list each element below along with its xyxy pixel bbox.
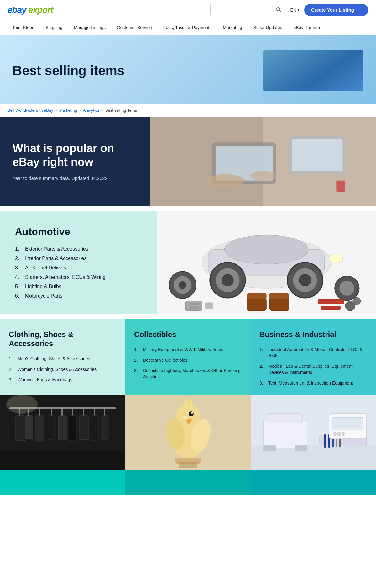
list-num: 3. xyxy=(15,265,23,271)
popular-text: What is popular on eBay right now Year t… xyxy=(0,117,150,206)
logo-export: export xyxy=(28,5,53,15)
automotive-section: Automotive 1. Exterior Parts & Accessori… xyxy=(0,211,376,314)
svg-rect-31 xyxy=(189,303,199,305)
svg-rect-28 xyxy=(247,293,266,299)
svg-rect-49 xyxy=(61,409,63,416)
clothing-content: Clothing, Shoes & Accessories 1. Men's C… xyxy=(0,319,125,395)
list-item: 3. Women's Bags & Handbags xyxy=(9,377,117,383)
svg-rect-47 xyxy=(51,409,52,416)
list-item: 4. Starters, Alternators, ECUs & Wiring xyxy=(15,274,142,280)
svg-rect-84 xyxy=(324,434,326,448)
list-label: Exterior Parts & Accessories xyxy=(25,246,88,252)
svg-point-7 xyxy=(250,171,276,180)
list-item: 1. Men's Clothing, Shoes & Accessories xyxy=(9,356,117,362)
svg-rect-33 xyxy=(318,299,344,304)
svg-point-93 xyxy=(342,432,345,436)
popular-image xyxy=(150,117,376,206)
list-label: Medical, Lab & Dental Supplies, Equipmen… xyxy=(268,363,367,376)
list-item: 2. Medical, Lab & Dental Supplies, Equip… xyxy=(259,363,367,376)
list-label: Motorcycle Parts xyxy=(25,293,62,299)
list-num: 3. xyxy=(9,377,15,383)
svg-point-66 xyxy=(189,411,194,416)
nav-item-ebay-partners[interactable]: eBay Partners xyxy=(288,20,327,35)
nav-item-seller-updates[interactable]: Seller Updates xyxy=(248,20,288,35)
list-item: 5. Lighting & Bulbs xyxy=(15,284,142,289)
list-label: Women's Bags & Handbags xyxy=(18,377,72,383)
svg-point-92 xyxy=(337,432,341,436)
collectibles-title: Collectibles xyxy=(134,330,242,339)
svg-rect-32 xyxy=(189,307,199,309)
header: ebay export EN ▾ Create Your Listing → xyxy=(0,0,376,20)
list-label: Decorative Collectibles xyxy=(143,357,187,364)
svg-rect-80 xyxy=(268,414,302,423)
automotive-image xyxy=(157,211,376,314)
search-button[interactable] xyxy=(272,4,285,16)
list-label: Starters, Alternators, ECUs & Wiring xyxy=(25,274,106,280)
svg-rect-50 xyxy=(58,416,66,440)
nav-item-manage-listings[interactable]: Manage Listings xyxy=(68,20,111,35)
arrow-icon: → xyxy=(357,7,362,13)
laptop-scene-image xyxy=(150,117,376,206)
list-num: 1. xyxy=(15,246,23,252)
clothing-title: Clothing, Shoes & Accessories xyxy=(9,330,117,348)
svg-rect-90 xyxy=(333,417,363,430)
business-list: 1. Industrial Automation & Motion Contro… xyxy=(259,347,367,386)
svg-point-6 xyxy=(206,174,244,187)
svg-rect-9 xyxy=(292,139,342,171)
list-label: Test, Measurement & Inspection Equipment xyxy=(268,380,353,386)
svg-rect-10 xyxy=(336,181,345,192)
breadcrumb-sep-3: > xyxy=(101,108,103,113)
search-icon xyxy=(276,7,281,12)
breadcrumb: Sell Worldwide with eBay > Marketing > A… xyxy=(0,104,376,117)
chevron-down-icon: ▾ xyxy=(298,8,299,12)
svg-rect-81 xyxy=(263,445,276,451)
svg-point-67 xyxy=(191,412,193,414)
clothing-list: 1. Men's Clothing, Shoes & Accessories 2… xyxy=(9,356,117,383)
svg-rect-53 xyxy=(83,409,84,416)
list-label: Industrial Automation & Motion Controls:… xyxy=(268,347,367,359)
svg-rect-35 xyxy=(205,303,213,309)
business-svg xyxy=(251,395,376,470)
breadcrumb-link-sell[interactable]: Sell Worldwide with eBay xyxy=(8,108,53,113)
svg-rect-51 xyxy=(72,409,73,416)
lang-selector[interactable]: EN ▾ xyxy=(290,8,299,13)
nav-item-fees[interactable]: Fees, Taxes & Payments xyxy=(158,20,217,35)
nav-item-marketing[interactable]: Marketing xyxy=(217,20,248,35)
list-item: 3. Test, Measurement & Inspection Equipm… xyxy=(259,380,367,386)
clothing-footer xyxy=(0,470,125,495)
list-item: 1. Exterior Parts & Accessories xyxy=(15,246,142,252)
collectibles-image-inner xyxy=(125,395,251,470)
svg-point-71 xyxy=(182,416,187,419)
automotive-illustration xyxy=(157,211,376,314)
collectibles-svg xyxy=(125,395,251,470)
svg-rect-30 xyxy=(186,301,202,311)
svg-rect-55 xyxy=(94,409,95,416)
three-cols: Clothing, Shoes & Accessories 1. Men's C… xyxy=(0,319,376,495)
clothing-image xyxy=(0,395,125,470)
nav-item-first-steps[interactable]: First Steps xyxy=(8,20,40,35)
list-label: Air & Fuel Delivery xyxy=(25,265,66,271)
logo[interactable]: ebay export xyxy=(8,5,53,15)
search-input[interactable] xyxy=(211,5,272,15)
automotive-list: 1. Exterior Parts & Accessories 2. Inter… xyxy=(15,246,142,299)
page-title: Best selling items xyxy=(13,63,124,78)
breadcrumb-link-analytics[interactable]: Analytics xyxy=(83,108,99,113)
create-listing-button[interactable]: Create Your Listing → xyxy=(304,4,368,16)
list-item: 1. Military Equipment & WW II Military I… xyxy=(134,347,242,353)
list-num: 2. xyxy=(15,256,23,261)
business-card: Business & Industrial 1. Industrial Auto… xyxy=(251,319,376,495)
svg-rect-34 xyxy=(321,306,341,310)
cta-label: Create Your Listing xyxy=(311,7,354,13)
nav-item-customer-service[interactable]: Customer Service xyxy=(111,20,157,35)
svg-point-14 xyxy=(224,235,308,264)
svg-rect-48 xyxy=(47,416,55,439)
svg-rect-82 xyxy=(295,445,307,451)
list-item: 2. Interior Parts & Accessories xyxy=(15,256,142,261)
breadcrumb-link-marketing[interactable]: Marketing xyxy=(59,108,77,113)
logo-ebay: ebay xyxy=(8,5,26,15)
breadcrumb-sep-1: > xyxy=(55,108,57,113)
nav-item-shipping[interactable]: Shipping xyxy=(40,20,68,35)
search-bar xyxy=(210,4,285,16)
business-image-inner xyxy=(251,395,376,470)
automotive-text: Automotive 1. Exterior Parts & Accessori… xyxy=(0,211,157,314)
